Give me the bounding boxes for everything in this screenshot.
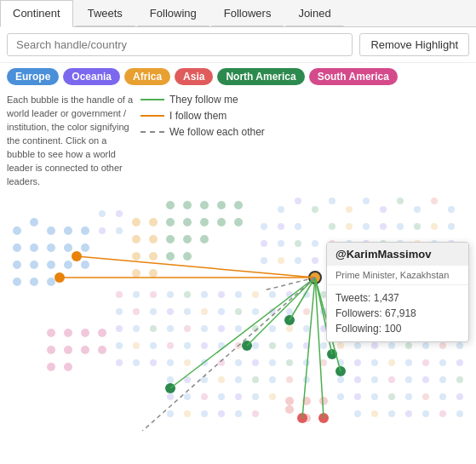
badge-north-america[interactable]: North America: [217, 68, 304, 85]
remove-highlight-button[interactable]: Remove Highlight: [359, 33, 469, 56]
svg-point-179: [269, 342, 276, 349]
svg-point-77: [431, 223, 438, 230]
svg-point-225: [405, 376, 412, 383]
svg-point-82: [312, 240, 318, 247]
svg-point-139: [303, 308, 310, 315]
svg-point-113: [218, 291, 225, 298]
tooltip-stats: Tweets: 1,437 Followers: 67,918 Followin…: [327, 285, 468, 341]
svg-point-184: [354, 342, 361, 349]
svg-point-0: [13, 226, 21, 235]
svg-point-216: [235, 376, 242, 383]
svg-point-217: [252, 376, 259, 383]
chart-area: Each bubble is the handle of a world lea…: [0, 90, 476, 431]
svg-point-170: [116, 342, 123, 349]
svg-point-58: [295, 198, 301, 204]
toolbar: Remove Highlight: [0, 27, 476, 63]
tweets-value: 1,437: [374, 292, 399, 304]
svg-point-171: [133, 342, 140, 349]
tooltip: @KarimMassimov Prime Minister, Kazakhsta…: [326, 242, 469, 342]
svg-point-219: [286, 376, 293, 383]
svg-point-195: [184, 359, 191, 366]
svg-point-250: [354, 410, 361, 417]
svg-point-251: [371, 410, 378, 417]
svg-point-45: [64, 346, 72, 354]
svg-point-200: [269, 359, 276, 366]
svg-point-52: [319, 397, 328, 405]
badge-africa[interactable]: Africa: [124, 68, 170, 85]
svg-point-191: [116, 359, 123, 366]
svg-point-194: [167, 359, 174, 366]
svg-point-249: [252, 410, 259, 417]
svg-point-175: [201, 342, 208, 349]
tooltip-handle: @KarimMassimov: [327, 243, 468, 266]
svg-point-59: [312, 206, 318, 213]
svg-point-40: [149, 269, 158, 278]
svg-point-160: [303, 325, 310, 332]
svg-point-14: [64, 243, 72, 252]
svg-point-158: [269, 325, 276, 332]
tab-following[interactable]: Following: [137, 0, 209, 26]
svg-point-42: [64, 329, 72, 337]
svg-point-218: [269, 376, 276, 383]
svg-point-73: [363, 223, 370, 230]
svg-point-192: [133, 359, 140, 366]
svg-point-255: [439, 410, 446, 417]
tab-tweets[interactable]: Tweets: [75, 0, 135, 26]
svg-point-109: [150, 291, 157, 298]
svg-point-80: [278, 240, 284, 247]
badge-europe[interactable]: Europe: [7, 68, 59, 85]
svg-point-228: [456, 376, 463, 383]
svg-point-242: [439, 393, 446, 400]
svg-point-2: [47, 226, 55, 235]
svg-point-182: [320, 342, 327, 349]
svg-point-91: [261, 257, 267, 264]
svg-point-188: [422, 342, 429, 349]
badge-south-america[interactable]: South America: [309, 68, 398, 85]
tab-continent[interactable]: Continent: [0, 0, 73, 27]
svg-point-92: [278, 257, 284, 264]
svg-point-210: [439, 359, 446, 366]
svg-point-174: [184, 342, 191, 349]
svg-point-226: [422, 376, 429, 383]
svg-point-41: [47, 329, 55, 337]
svg-point-23: [166, 218, 175, 226]
svg-point-15: [81, 243, 89, 252]
badge-oceania[interactable]: Oceania: [63, 68, 120, 85]
svg-point-110: [167, 291, 174, 298]
tab-followers[interactable]: Followers: [211, 0, 284, 26]
svg-point-27: [234, 218, 243, 226]
svg-point-234: [252, 393, 259, 400]
svg-point-153: [184, 325, 191, 332]
svg-point-233: [235, 393, 242, 400]
svg-point-159: [286, 325, 293, 332]
svg-point-61: [346, 206, 353, 213]
svg-point-227: [439, 376, 446, 383]
svg-point-209: [422, 359, 429, 366]
svg-point-9: [13, 278, 21, 286]
svg-point-236: [337, 393, 344, 400]
svg-point-243: [456, 393, 463, 400]
svg-point-22: [234, 201, 243, 209]
svg-point-67: [448, 206, 455, 213]
badge-asia[interactable]: Asia: [175, 68, 213, 85]
svg-point-239: [388, 393, 395, 400]
svg-point-186: [388, 342, 395, 349]
svg-point-229: [167, 393, 174, 400]
search-input[interactable]: [7, 33, 353, 56]
svg-point-13: [81, 226, 89, 235]
svg-point-75: [397, 223, 404, 230]
svg-point-19: [183, 201, 192, 209]
svg-point-241: [422, 393, 429, 400]
svg-point-93: [295, 257, 301, 264]
svg-point-106: [116, 227, 123, 234]
svg-point-173: [167, 342, 174, 349]
svg-point-105: [99, 227, 106, 234]
svg-point-150: [133, 325, 140, 332]
svg-point-62: [363, 198, 370, 204]
svg-point-138: [286, 308, 293, 315]
tab-joined[interactable]: Joined: [285, 0, 343, 26]
svg-point-60: [329, 198, 335, 204]
badges-row: Europe Oceania Africa Asia North America…: [0, 63, 476, 90]
svg-point-136: [252, 308, 259, 315]
svg-point-18: [166, 201, 175, 209]
